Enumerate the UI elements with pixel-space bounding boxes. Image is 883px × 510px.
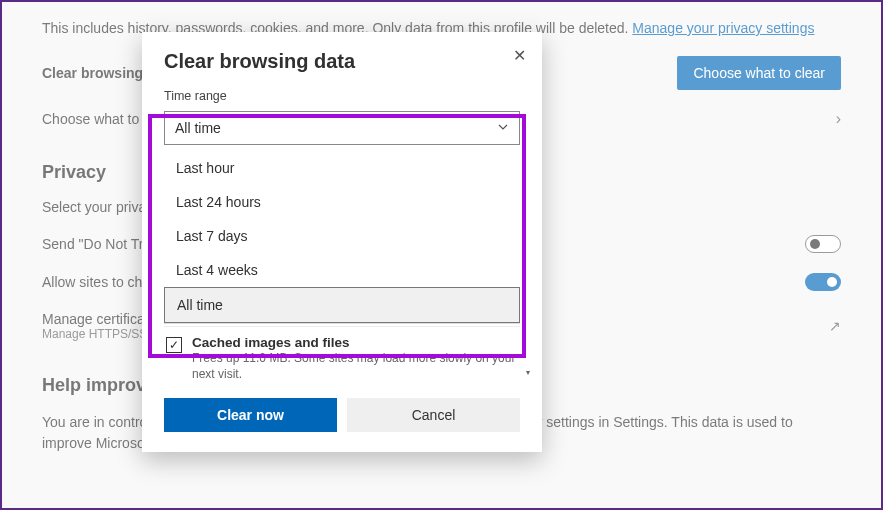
time-range-select[interactable]: All time (164, 111, 520, 145)
chevron-down-icon (497, 120, 509, 136)
time-range-dropdown: Last hour Last 24 hours Last 7 days Last… (164, 151, 520, 324)
time-range-selected: All time (175, 120, 221, 136)
clear-browsing-dialog: ✕ Clear browsing data Time range All tim… (142, 32, 542, 452)
cached-files-title: Cached images and files (192, 335, 518, 350)
choose-what-to-clear-button[interactable]: Choose what to clear (677, 56, 841, 90)
option-last-hour[interactable]: Last hour (164, 151, 520, 185)
option-last-24-hours[interactable]: Last 24 hours (164, 185, 520, 219)
dialog-title: Clear browsing data (164, 50, 520, 73)
cached-files-desc: Frees up 11.0 MB. Some sites may load mo… (192, 350, 518, 380)
manage-privacy-link[interactable]: Manage your privacy settings (632, 20, 814, 36)
cancel-button[interactable]: Cancel (347, 398, 520, 432)
option-last-4-weeks[interactable]: Last 4 weeks (164, 253, 520, 287)
checkbox-icon[interactable]: ✓ (166, 337, 182, 353)
dnt-toggle[interactable] (805, 235, 841, 253)
chevron-right-icon[interactable]: › (836, 110, 841, 128)
external-link-icon[interactable]: ↗ (829, 318, 841, 334)
scrollbar[interactable]: ▾ (522, 327, 534, 380)
time-range-label: Time range (164, 89, 520, 103)
option-all-time[interactable]: All time (164, 287, 520, 323)
option-last-7-days[interactable]: Last 7 days (164, 219, 520, 253)
cached-files-row[interactable]: ✓ Cached images and files Frees up 11.0 … (164, 326, 520, 380)
clear-now-button[interactable]: Clear now (164, 398, 337, 432)
allow-sites-toggle[interactable] (805, 273, 841, 291)
close-icon[interactable]: ✕ (509, 42, 530, 69)
